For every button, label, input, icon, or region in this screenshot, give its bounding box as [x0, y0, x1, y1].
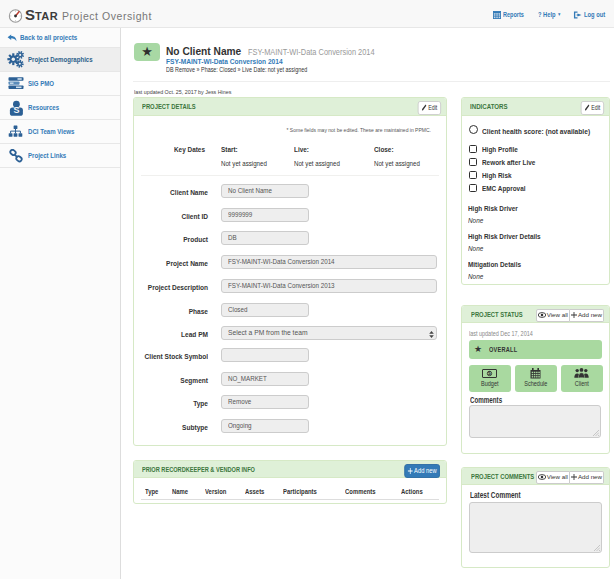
svg-text:$: $ [488, 370, 491, 376]
svg-text:S: S [13, 105, 19, 115]
